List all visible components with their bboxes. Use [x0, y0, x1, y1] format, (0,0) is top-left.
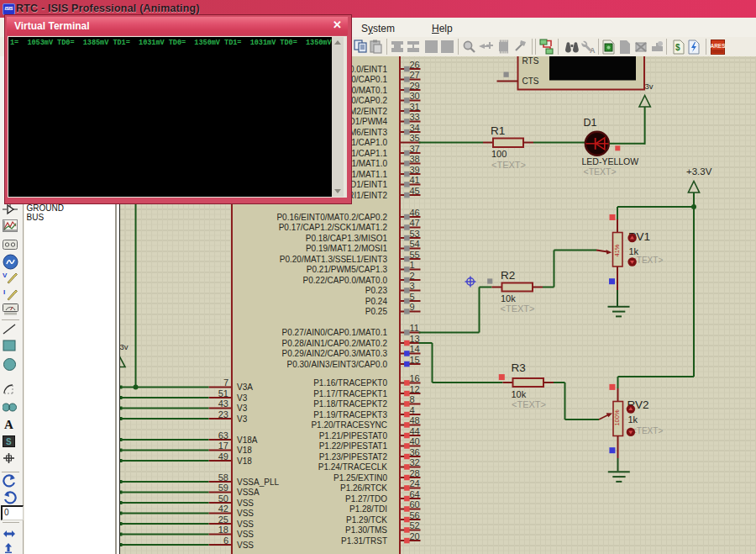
svg-text:VSSA: VSSA — [237, 488, 260, 497]
svg-text:P0.17/CAP1.2/SCK1/MAT1.2: P0.17/CAP1.2/SCK1/MAT1.2 — [279, 223, 388, 232]
svg-text:6: 6 — [223, 536, 228, 546]
svg-text:P1.21/PIPESTAT0: P1.21/PIPESTAT0 — [319, 431, 388, 441]
svg-text:3v: 3v — [120, 342, 129, 351]
svg-text:50: 50 — [218, 493, 228, 504]
svg-text:LED-YELLOW: LED-YELLOW — [582, 156, 639, 166]
svg-text:10k: 10k — [501, 293, 516, 303]
svg-text:43: 43 — [218, 398, 228, 409]
svg-text:56: 56 — [410, 510, 420, 520]
svg-text:42: 42 — [218, 504, 228, 514]
svg-text:<TEXT>: <TEXT> — [491, 160, 526, 170]
svg-text:5: 5 — [410, 292, 415, 302]
svg-text:3: 3 — [410, 281, 415, 291]
svg-text:2: 2 — [410, 271, 415, 281]
svg-text:P1.17/TRACEPKT1: P1.17/TRACEPKT1 — [313, 389, 387, 398]
svg-text:23: 23 — [218, 409, 228, 419]
svg-text:R2: R2 — [501, 269, 515, 282]
svg-text:P1.18/TRACEPKT2: P1.18/TRACEPKT2 — [313, 399, 387, 409]
svg-text:29: 29 — [410, 81, 420, 91]
svg-text:V3: V3 — [237, 393, 248, 403]
svg-text:1: 1 — [410, 260, 415, 270]
svg-text:P0.25: P0.25 — [365, 307, 388, 316]
svg-text:25: 25 — [218, 514, 228, 525]
svg-text:58: 58 — [218, 472, 228, 483]
svg-text:1k: 1k — [628, 414, 638, 425]
svg-text:35: 35 — [410, 133, 420, 143]
svg-text:P0.30/AIN3/EINT3/CAP0.0: P0.30/AIN3/EINT3/CAP0.0 — [286, 360, 387, 369]
svg-text:VSS: VSS — [237, 530, 254, 539]
svg-text:30: 30 — [410, 91, 420, 101]
svg-text:P0.18/CAP1.3/MISO1: P0.18/CAP1.3/MISO1 — [306, 234, 388, 243]
svg-text:53: 53 — [410, 229, 420, 239]
svg-text:P0.23: P0.23 — [365, 286, 388, 295]
svg-text:S: S — [6, 437, 12, 446]
svg-text:38: 38 — [410, 154, 420, 164]
svg-text:20: 20 — [410, 531, 420, 541]
svg-text:3v: 3v — [645, 82, 654, 91]
svg-text:100: 100 — [491, 149, 507, 159]
svg-text:P1.16/TRACEPKT0: P1.16/TRACEPKT0 — [313, 378, 387, 388]
svg-text:55: 55 — [410, 250, 420, 260]
svg-text:P0.22/CAP0.0/MAT0.0: P0.22/CAP0.0/MAT0.0 — [303, 276, 388, 285]
svg-text:P0.28/AIN1/CAP0.2/MAT0.2: P0.28/AIN1/CAP0.2/MAT0.2 — [282, 339, 388, 348]
svg-text:A: A — [590, 46, 596, 54]
svg-text:16: 16 — [410, 373, 420, 383]
svg-text:<TEXT>: <TEXT> — [512, 399, 546, 409]
svg-text:46: 46 — [410, 208, 420, 218]
svg-text:41%: 41% — [613, 244, 621, 256]
svg-text:VSS: VSS — [237, 541, 254, 550]
svg-text:26: 26 — [410, 60, 420, 70]
svg-text:P1.29/TCK: P1.29/TCK — [346, 515, 387, 525]
svg-text:P1.23/PIPESTAT2: P1.23/PIPESTAT2 — [319, 452, 388, 462]
svg-text:17: 17 — [218, 441, 228, 451]
svg-text:7: 7 — [223, 377, 228, 388]
svg-text:P1.20/TRACESYNC: P1.20/TRACESYNC — [311, 420, 387, 430]
svg-text:59: 59 — [218, 483, 228, 493]
svg-text:27: 27 — [410, 70, 420, 80]
svg-text:36: 36 — [410, 447, 420, 457]
svg-text:13: 13 — [410, 334, 420, 344]
svg-text:48: 48 — [410, 415, 420, 425]
svg-text:V3A: V3A — [237, 383, 253, 392]
svg-text:CTS: CTS — [522, 77, 539, 86]
svg-text:33: 33 — [410, 112, 420, 122]
svg-text:41: 41 — [410, 175, 420, 185]
svg-text:11: 11 — [410, 323, 419, 333]
svg-text:40: 40 — [410, 436, 420, 446]
svg-text:15: 15 — [410, 355, 420, 365]
svg-text:VSS: VSS — [237, 520, 254, 529]
svg-text:9: 9 — [410, 302, 415, 312]
svg-text:P0.29/AIN2/CAP0.3/MAT0.3: P0.29/AIN2/CAP0.3/MAT0.3 — [282, 349, 388, 358]
svg-text:18: 18 — [218, 525, 228, 535]
svg-text:P1.31/TRST: P1.31/TRST — [341, 536, 387, 546]
svg-text:RTS: RTS — [522, 56, 539, 66]
svg-text:VSS: VSS — [237, 509, 254, 518]
svg-text:31: 31 — [410, 102, 420, 112]
svg-text:52: 52 — [410, 520, 420, 530]
svg-text:D1: D1 — [584, 117, 597, 129]
svg-text:P1.25/EXTIN0: P1.25/EXTIN0 — [333, 473, 387, 483]
svg-text:P1.22/PIPESTAT1: P1.22/PIPESTAT1 — [319, 441, 388, 451]
svg-text:P0.16/EINT0/MAT0.2/CAP0.2: P0.16/EINT0/MAT0.2/CAP0.2 — [276, 213, 387, 222]
svg-text:P1.19/TRACEPKT3: P1.19/TRACEPKT3 — [313, 410, 387, 419]
svg-text:$: $ — [675, 43, 680, 52]
svg-text:I: I — [3, 288, 5, 296]
svg-text:12: 12 — [410, 384, 420, 394]
svg-text:V18: V18 — [237, 456, 252, 466]
svg-text:V3: V3 — [237, 414, 248, 424]
svg-text:A: A — [4, 418, 13, 430]
svg-text:47: 47 — [410, 218, 420, 228]
svg-text:63: 63 — [218, 430, 228, 441]
svg-text:+3.3V: +3.3V — [686, 166, 712, 177]
svg-text:P1.27/TDO: P1.27/TDO — [345, 494, 387, 504]
svg-text:P0.27/AIN0/CAP0.1/MAT0.1: P0.27/AIN0/CAP0.1/MAT0.1 — [282, 328, 388, 337]
svg-text:28: 28 — [410, 468, 420, 478]
svg-text:P0.20/MAT1.3/SSEL1/EINT3: P0.20/MAT1.3/SSEL1/EINT3 — [280, 255, 388, 264]
svg-text:4: 4 — [410, 405, 415, 415]
svg-text:V18A: V18A — [237, 435, 258, 445]
svg-text:VSSA_PLL: VSSA_PLL — [237, 477, 279, 487]
svg-text:V3: V3 — [237, 404, 248, 413]
svg-text:37: 37 — [410, 144, 420, 154]
svg-text:R3: R3 — [512, 361, 526, 374]
svg-text:<TEXT>: <TEXT> — [632, 426, 663, 435]
